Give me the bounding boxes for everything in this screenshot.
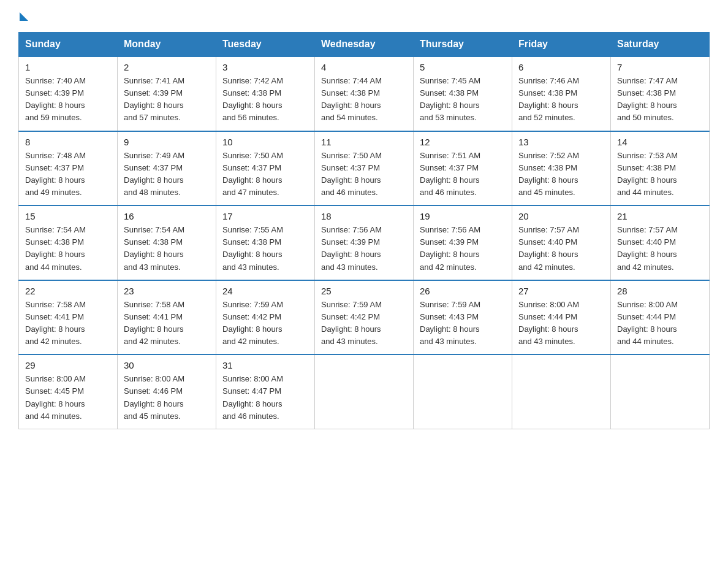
- day-number: 29: [25, 360, 111, 370]
- day-header-thursday: Thursday: [414, 33, 512, 57]
- calendar-cell: 8 Sunrise: 7:48 AM Sunset: 4:37 PM Dayli…: [19, 131, 118, 206]
- day-number: 11: [321, 137, 407, 147]
- week-row-3: 15 Sunrise: 7:54 AM Sunset: 4:38 PM Dayl…: [19, 205, 710, 280]
- calendar-cell: 26 Sunrise: 7:59 AM Sunset: 4:43 PM Dayl…: [414, 280, 512, 355]
- calendar-cell: 7 Sunrise: 7:47 AM Sunset: 4:38 PM Dayli…: [611, 56, 710, 131]
- day-info: Sunrise: 7:57 AM Sunset: 4:40 PM Dayligh…: [617, 224, 703, 274]
- calendar-cell: 31 Sunrise: 8:00 AM Sunset: 4:47 PM Dayl…: [216, 354, 315, 429]
- day-info: Sunrise: 8:00 AM Sunset: 4:45 PM Dayligh…: [25, 373, 111, 423]
- week-row-1: 1 Sunrise: 7:40 AM Sunset: 4:39 PM Dayli…: [19, 56, 710, 131]
- day-info: Sunrise: 7:59 AM Sunset: 4:43 PM Dayligh…: [420, 299, 506, 348]
- calendar-cell: 17 Sunrise: 7:55 AM Sunset: 4:38 PM Dayl…: [216, 205, 315, 280]
- day-info: Sunrise: 8:00 AM Sunset: 4:47 PM Dayligh…: [222, 373, 308, 423]
- day-info: Sunrise: 7:59 AM Sunset: 4:42 PM Dayligh…: [222, 299, 308, 348]
- calendar-cell: 5 Sunrise: 7:45 AM Sunset: 4:38 PM Dayli…: [414, 56, 512, 131]
- week-row-2: 8 Sunrise: 7:48 AM Sunset: 4:37 PM Dayli…: [19, 131, 710, 206]
- calendar-cell: 1 Sunrise: 7:40 AM Sunset: 4:39 PM Dayli…: [19, 56, 118, 131]
- calendar-table: SundayMondayTuesdayWednesdayThursdayFrid…: [18, 32, 710, 429]
- calendar-cell: 3 Sunrise: 7:42 AM Sunset: 4:38 PM Dayli…: [216, 56, 315, 131]
- calendar-cell: 20 Sunrise: 7:57 AM Sunset: 4:40 PM Dayl…: [512, 205, 611, 280]
- day-number: 6: [518, 62, 604, 72]
- day-info: Sunrise: 7:53 AM Sunset: 4:38 PM Dayligh…: [617, 150, 703, 199]
- logo: [18, 12, 28, 22]
- day-info: Sunrise: 7:56 AM Sunset: 4:39 PM Dayligh…: [321, 224, 407, 274]
- day-info: Sunrise: 7:58 AM Sunset: 4:41 PM Dayligh…: [25, 299, 111, 348]
- day-header-tuesday: Tuesday: [216, 33, 315, 57]
- day-info: Sunrise: 8:00 AM Sunset: 4:44 PM Dayligh…: [617, 299, 703, 348]
- day-number: 7: [617, 62, 703, 72]
- day-header-monday: Monday: [118, 33, 216, 57]
- day-number: 10: [222, 137, 308, 147]
- day-number: 4: [321, 62, 407, 72]
- day-header-friday: Friday: [512, 33, 611, 57]
- day-info: Sunrise: 7:59 AM Sunset: 4:42 PM Dayligh…: [321, 299, 407, 348]
- day-number: 16: [124, 211, 210, 221]
- calendar-cell: 28 Sunrise: 8:00 AM Sunset: 4:44 PM Dayl…: [611, 280, 710, 355]
- day-info: Sunrise: 7:54 AM Sunset: 4:38 PM Dayligh…: [25, 224, 111, 274]
- day-info: Sunrise: 8:00 AM Sunset: 4:44 PM Dayligh…: [518, 299, 604, 348]
- calendar-cell: [611, 354, 710, 429]
- day-info: Sunrise: 7:50 AM Sunset: 4:37 PM Dayligh…: [222, 150, 308, 199]
- day-info: Sunrise: 7:56 AM Sunset: 4:39 PM Dayligh…: [420, 224, 506, 274]
- day-number: 2: [124, 62, 210, 72]
- calendar-cell: [315, 354, 414, 429]
- calendar-cell: 21 Sunrise: 7:57 AM Sunset: 4:40 PM Dayl…: [611, 205, 710, 280]
- day-info: Sunrise: 7:44 AM Sunset: 4:38 PM Dayligh…: [321, 75, 407, 124]
- calendar-cell: 29 Sunrise: 8:00 AM Sunset: 4:45 PM Dayl…: [19, 354, 118, 429]
- day-header-row: SundayMondayTuesdayWednesdayThursdayFrid…: [19, 33, 710, 57]
- day-number: 20: [518, 211, 604, 221]
- day-number: 30: [124, 360, 210, 370]
- day-number: 12: [420, 137, 506, 147]
- day-info: Sunrise: 7:49 AM Sunset: 4:37 PM Dayligh…: [124, 150, 210, 199]
- day-number: 26: [420, 286, 506, 296]
- day-info: Sunrise: 7:46 AM Sunset: 4:38 PM Dayligh…: [518, 75, 604, 124]
- day-info: Sunrise: 7:54 AM Sunset: 4:38 PM Dayligh…: [124, 224, 210, 274]
- calendar-cell: 16 Sunrise: 7:54 AM Sunset: 4:38 PM Dayl…: [118, 205, 216, 280]
- page-header: [18, 12, 710, 22]
- week-row-4: 22 Sunrise: 7:58 AM Sunset: 4:41 PM Dayl…: [19, 280, 710, 355]
- day-info: Sunrise: 7:57 AM Sunset: 4:40 PM Dayligh…: [518, 224, 604, 274]
- day-number: 5: [420, 62, 506, 72]
- calendar-cell: [414, 354, 512, 429]
- day-number: 19: [420, 211, 506, 221]
- calendar-cell: 23 Sunrise: 7:58 AM Sunset: 4:41 PM Dayl…: [118, 280, 216, 355]
- calendar-cell: 19 Sunrise: 7:56 AM Sunset: 4:39 PM Dayl…: [414, 205, 512, 280]
- day-info: Sunrise: 7:47 AM Sunset: 4:38 PM Dayligh…: [617, 75, 703, 124]
- calendar-cell: 13 Sunrise: 7:52 AM Sunset: 4:38 PM Dayl…: [512, 131, 611, 206]
- calendar-cell: 6 Sunrise: 7:46 AM Sunset: 4:38 PM Dayli…: [512, 56, 611, 131]
- day-info: Sunrise: 7:45 AM Sunset: 4:38 PM Dayligh…: [420, 75, 506, 124]
- day-info: Sunrise: 7:51 AM Sunset: 4:37 PM Dayligh…: [420, 150, 506, 199]
- day-number: 31: [222, 360, 308, 370]
- calendar-cell: 2 Sunrise: 7:41 AM Sunset: 4:39 PM Dayli…: [118, 56, 216, 131]
- day-number: 27: [518, 286, 604, 296]
- calendar-cell: 30 Sunrise: 8:00 AM Sunset: 4:46 PM Dayl…: [118, 354, 216, 429]
- logo-triangle-icon: [20, 12, 28, 21]
- day-info: Sunrise: 7:50 AM Sunset: 4:37 PM Dayligh…: [321, 150, 407, 199]
- day-header-wednesday: Wednesday: [315, 33, 414, 57]
- calendar-cell: [512, 354, 611, 429]
- day-number: 15: [25, 211, 111, 221]
- day-info: Sunrise: 7:41 AM Sunset: 4:39 PM Dayligh…: [124, 75, 210, 124]
- day-number: 1: [25, 62, 111, 72]
- day-number: 8: [25, 137, 111, 147]
- calendar-cell: 22 Sunrise: 7:58 AM Sunset: 4:41 PM Dayl…: [19, 280, 118, 355]
- calendar-cell: 10 Sunrise: 7:50 AM Sunset: 4:37 PM Dayl…: [216, 131, 315, 206]
- calendar-cell: 4 Sunrise: 7:44 AM Sunset: 4:38 PM Dayli…: [315, 56, 414, 131]
- day-number: 13: [518, 137, 604, 147]
- day-info: Sunrise: 7:55 AM Sunset: 4:38 PM Dayligh…: [222, 224, 308, 274]
- day-number: 9: [124, 137, 210, 147]
- week-row-5: 29 Sunrise: 8:00 AM Sunset: 4:45 PM Dayl…: [19, 354, 710, 429]
- day-info: Sunrise: 8:00 AM Sunset: 4:46 PM Dayligh…: [124, 373, 210, 423]
- day-number: 23: [124, 286, 210, 296]
- day-number: 17: [222, 211, 308, 221]
- calendar-cell: 18 Sunrise: 7:56 AM Sunset: 4:39 PM Dayl…: [315, 205, 414, 280]
- calendar-cell: 15 Sunrise: 7:54 AM Sunset: 4:38 PM Dayl…: [19, 205, 118, 280]
- day-info: Sunrise: 7:42 AM Sunset: 4:38 PM Dayligh…: [222, 75, 308, 124]
- logo-blue-text: [18, 12, 28, 22]
- day-number: 25: [321, 286, 407, 296]
- day-number: 24: [222, 286, 308, 296]
- day-info: Sunrise: 7:52 AM Sunset: 4:38 PM Dayligh…: [518, 150, 604, 199]
- day-info: Sunrise: 7:40 AM Sunset: 4:39 PM Dayligh…: [25, 75, 111, 124]
- day-number: 18: [321, 211, 407, 221]
- calendar-cell: 9 Sunrise: 7:49 AM Sunset: 4:37 PM Dayli…: [118, 131, 216, 206]
